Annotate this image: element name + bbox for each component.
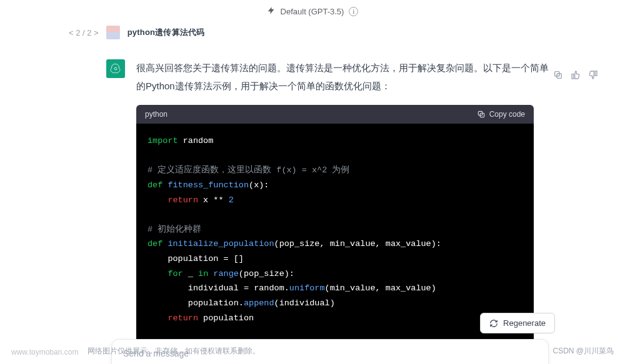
user-message-truncated: < 2 / 2 > python遗传算法代码 bbox=[0, 26, 625, 42]
bolt-icon bbox=[267, 6, 276, 17]
code-content: import random # 定义适应度函数，这里以函数 f(x) = x^2… bbox=[136, 124, 534, 364]
thumbs-up-icon[interactable] bbox=[571, 70, 581, 80]
copy-code-button[interactable]: Copy code bbox=[477, 110, 525, 119]
watermark-mid: 网络图片仅供展示，非存储，如有侵权请联系删除。 bbox=[88, 346, 260, 357]
user-message-text: python遗传算法代码 bbox=[128, 27, 205, 38]
code-header: python Copy code bbox=[136, 105, 534, 124]
assistant-text: 很高兴回答您关于遗传算法的问题。遗传算法是一种优化方法，用于解决复杂问题。以下是… bbox=[136, 59, 549, 95]
info-icon[interactable]: i bbox=[349, 7, 358, 16]
watermark-right: CSDN @川川菜鸟 bbox=[552, 346, 614, 357]
regenerate-label: Regenerate bbox=[503, 318, 546, 328]
model-label: Default (GPT-3.5) bbox=[281, 7, 344, 16]
assistant-avatar bbox=[106, 59, 125, 78]
user-avatar bbox=[106, 26, 120, 39]
message-pager[interactable]: < 2 / 2 > bbox=[69, 28, 99, 37]
copy-code-label: Copy code bbox=[489, 110, 525, 119]
code-language: python bbox=[145, 110, 168, 119]
watermark-left: www.toymoban.com bbox=[11, 348, 78, 357]
copy-icon[interactable] bbox=[553, 70, 563, 80]
thumbs-down-icon[interactable] bbox=[588, 70, 598, 80]
model-header: Default (GPT-3.5) i bbox=[0, 0, 625, 26]
code-block: python Copy code import random # 定义适应度函数… bbox=[136, 105, 534, 364]
regenerate-button[interactable]: Regenerate bbox=[480, 313, 555, 333]
message-actions bbox=[553, 70, 598, 80]
svg-point-0 bbox=[114, 67, 117, 70]
